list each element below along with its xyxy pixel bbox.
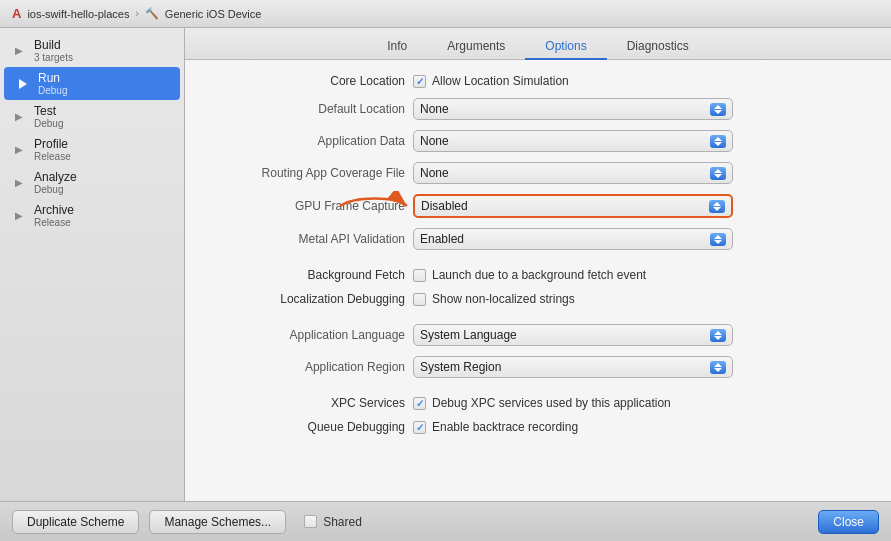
core-location-checkbox[interactable] [413,75,426,88]
core-location-checkbox-row: Allow Location Simulation [413,74,569,88]
core-location-label: Core Location [205,74,405,88]
sidebar-item-archive[interactable]: ▶ Archive Release [0,199,184,232]
gpu-frame-capture-control: Disabled [413,194,733,218]
shared-label: Shared [323,515,362,529]
routing-app-coverage-label: Routing App Coverage File [205,166,405,180]
background-fetch-row: Background Fetch Launch due to a backgro… [205,268,871,282]
gpu-frame-capture-select[interactable]: Disabled [413,194,733,218]
sidebar: ▶ Build 3 targets Run Debug ▶ Test Debug [0,28,185,501]
tab-options[interactable]: Options [525,34,606,60]
annotation-arrow [335,191,415,221]
sidebar-item-profile[interactable]: ▶ Profile Release [0,133,184,166]
application-region-arrow [710,361,726,374]
close-button[interactable]: Close [818,510,879,534]
sidebar-item-build[interactable]: ▶ Build 3 targets [0,34,184,67]
hammer-icon: 🔨 [145,7,159,20]
xpc-services-row: XPC Services Debug XPC services used by … [205,396,871,410]
routing-app-coverage-select[interactable]: None [413,162,733,184]
archive-icon: ▶ [10,210,28,221]
default-location-select[interactable]: None [413,98,733,120]
core-location-checkbox-label: Allow Location Simulation [432,74,569,88]
main-container: ▶ Build 3 targets Run Debug ▶ Test Debug [0,28,891,501]
background-fetch-checkbox[interactable] [413,269,426,282]
localization-debugging-label: Localization Debugging [205,292,405,306]
project-name: ios-swift-hello-places [27,8,129,20]
analyze-icon: ▶ [10,177,28,188]
default-location-row: Default Location None [205,98,871,120]
profile-icon: ▶ [10,144,28,155]
test-icon: ▶ [10,111,28,122]
localization-debugging-checkbox-row: Show non-localized strings [413,292,575,306]
sidebar-item-run[interactable]: Run Debug [4,67,180,100]
application-language-select[interactable]: System Language [413,324,733,346]
application-language-row: Application Language System Language [205,324,871,346]
gpu-frame-capture-row: GPU Frame Capture Disabled [205,194,871,218]
application-data-row: Application Data None [205,130,871,152]
application-region-label: Application Region [205,360,405,374]
bottom-bar: Duplicate Scheme Manage Schemes... Share… [0,501,891,541]
application-data-arrow [710,135,726,148]
title-bar: A ios-swift-hello-places › 🔨 Generic iOS… [0,0,891,28]
queue-debugging-row: Queue Debugging Enable backtrace recordi… [205,420,871,434]
core-location-row: Core Location Allow Location Simulation [205,74,871,88]
xpc-services-label: XPC Services [205,396,405,410]
form-area: Core Location Allow Location Simulation … [185,60,891,501]
metal-api-validation-label: Metal API Validation [205,232,405,246]
application-language-label: Application Language [205,328,405,342]
shared-checkbox[interactable] [304,515,317,528]
sidebar-item-analyze[interactable]: ▶ Analyze Debug [0,166,184,199]
manage-schemes-button[interactable]: Manage Schemes... [149,510,286,534]
application-region-select[interactable]: System Region [413,356,733,378]
application-language-control: System Language [413,324,733,346]
routing-app-coverage-control: None [413,162,733,184]
breadcrumb-chevron: › [135,8,138,19]
application-data-control: None [413,130,733,152]
tab-arguments[interactable]: Arguments [427,34,525,60]
shared-area: Shared [304,515,362,529]
localization-debugging-row: Localization Debugging Show non-localize… [205,292,871,306]
duplicate-scheme-button[interactable]: Duplicate Scheme [12,510,139,534]
routing-app-coverage-arrow [710,167,726,180]
queue-debugging-checkbox-label: Enable backtrace recording [432,420,578,434]
application-language-arrow [710,329,726,342]
metal-api-validation-control: Enabled [413,228,733,250]
xpc-services-checkbox-row: Debug XPC services used by this applicat… [413,396,671,410]
background-fetch-checkbox-label: Launch due to a background fetch event [432,268,646,282]
default-location-label: Default Location [205,102,405,116]
tab-bar: Info Arguments Options Diagnostics [185,28,891,60]
run-icon [14,79,32,89]
queue-debugging-checkbox-row: Enable backtrace recording [413,420,578,434]
metal-api-validation-arrow [710,233,726,246]
queue-debugging-checkbox[interactable] [413,421,426,434]
queue-debugging-label: Queue Debugging [205,420,405,434]
tab-diagnostics[interactable]: Diagnostics [607,34,709,60]
xcode-icon: A [12,6,21,21]
application-region-control: System Region [413,356,733,378]
application-region-row: Application Region System Region [205,356,871,378]
build-icon: ▶ [10,45,28,56]
sidebar-item-test[interactable]: ▶ Test Debug [0,100,184,133]
background-fetch-checkbox-row: Launch due to a background fetch event [413,268,646,282]
background-fetch-label: Background Fetch [205,268,405,282]
routing-app-coverage-row: Routing App Coverage File None [205,162,871,184]
content-area: Info Arguments Options Diagnostics Core … [185,28,891,501]
application-data-label: Application Data [205,134,405,148]
xpc-services-checkbox-label: Debug XPC services used by this applicat… [432,396,671,410]
tab-info[interactable]: Info [367,34,427,60]
gpu-frame-capture-arrow [709,200,725,213]
default-location-arrow [710,103,726,116]
metal-api-validation-row: Metal API Validation Enabled [205,228,871,250]
xpc-services-checkbox[interactable] [413,397,426,410]
default-location-control: None [413,98,733,120]
localization-debugging-checkbox[interactable] [413,293,426,306]
localization-debugging-checkbox-label: Show non-localized strings [432,292,575,306]
metal-api-validation-select[interactable]: Enabled [413,228,733,250]
application-data-select[interactable]: None [413,130,733,152]
device-name: Generic iOS Device [165,8,262,20]
